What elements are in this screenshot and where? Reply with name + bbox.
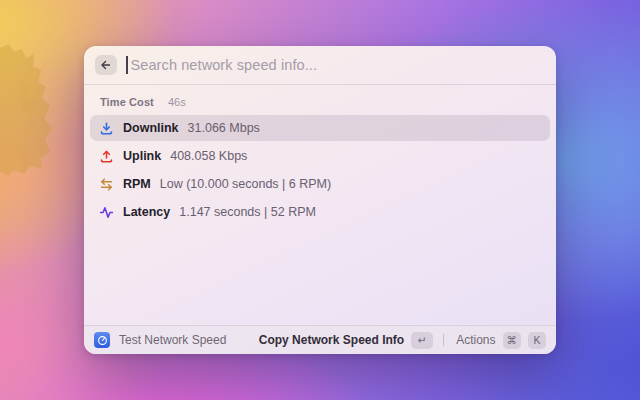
list-item-latency[interactable]: Latency 1.147 seconds | 52 RPM <box>90 199 550 225</box>
gauge-icon <box>94 332 110 348</box>
section-header: Time Cost 46s <box>90 90 550 115</box>
section-title: Time Cost <box>100 96 154 108</box>
item-value: 1.147 seconds | 52 RPM <box>179 205 316 219</box>
arrow-left-icon <box>100 59 112 71</box>
raycast-window: Search network speed info... Time Cost 4… <box>84 46 556 354</box>
download-icon <box>99 121 114 136</box>
section-accessory: 46s <box>168 96 186 108</box>
action-bar: Test Network Speed Copy Network Speed In… <box>84 325 556 354</box>
item-value: 31.066 Mbps <box>188 121 260 135</box>
desktop-wallpaper: Search network speed info... Time Cost 4… <box>0 0 640 400</box>
text-caret <box>126 56 128 74</box>
command-name: Test Network Speed <box>119 333 226 347</box>
results-list: Time Cost 46s Downlink 31.066 Mbps <box>84 85 556 225</box>
item-value: 408.058 Kbps <box>170 149 247 163</box>
item-title: Latency <box>123 205 170 219</box>
search-bar: Search network speed info... <box>84 46 556 84</box>
item-title: RPM <box>123 177 151 191</box>
footer-divider <box>443 334 444 346</box>
item-title: Uplink <box>123 149 161 163</box>
primary-action-button[interactable]: Copy Network Speed Info <box>259 333 404 347</box>
upload-icon <box>99 149 114 164</box>
return-key-badge: ↵ <box>411 332 433 349</box>
cmd-key-badge: ⌘ <box>503 332 522 349</box>
k-key-badge: K <box>528 332 546 349</box>
item-title: Downlink <box>123 121 179 135</box>
item-value: Low (10.000 seconds | 6 RPM) <box>160 177 331 191</box>
transfer-arrows-icon <box>99 177 114 192</box>
list-item-rpm[interactable]: RPM Low (10.000 seconds | 6 RPM) <box>90 171 550 197</box>
wallpaper-map-texture <box>0 40 62 180</box>
search-input[interactable]: Search network speed info... <box>131 57 318 73</box>
list-item-uplink[interactable]: Uplink 408.058 Kbps <box>90 143 550 169</box>
back-button[interactable] <box>95 55 117 75</box>
activity-pulse-icon <box>99 205 114 220</box>
list-item-downlink[interactable]: Downlink 31.066 Mbps <box>90 115 550 141</box>
actions-button[interactable]: Actions <box>456 333 495 347</box>
